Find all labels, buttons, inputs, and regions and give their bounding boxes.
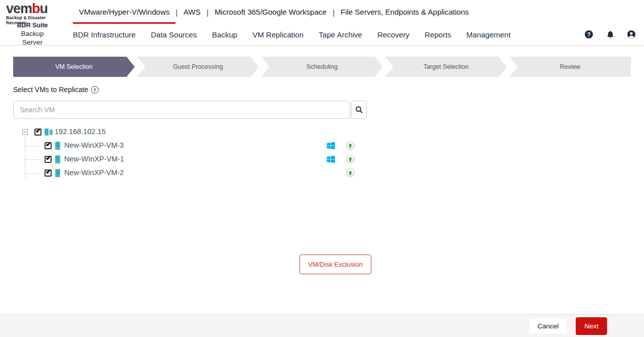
next-button[interactable]: Next: [576, 317, 607, 335]
nav-bdr-infrastructure[interactable]: BDR Infrastructure: [73, 30, 136, 39]
tree-row-vm: ✔ New-WinXP-VM-3: [0, 139, 644, 153]
server-name: Backup Server: [13, 30, 52, 47]
tree-row-vm: ✔ New-WInXP-VM-1: [0, 153, 644, 166]
search-icon: [355, 106, 363, 114]
step-target-selection[interactable]: Target Selection: [385, 57, 507, 77]
suite-name: BDR Suite: [13, 22, 52, 30]
step-vm-selection[interactable]: VM Selection: [13, 57, 135, 77]
host-checkbox[interactable]: ✔: [34, 129, 41, 136]
host-label[interactable]: 192.168.102.15: [55, 128, 106, 136]
vembu-logo[interactable]: vembu Backup & Disaster Recovery: [0, 0, 59, 24]
main-nav-bar: BDR Suite Backup Server BDR Infrastructu…: [0, 24, 644, 46]
host-server-icon: [45, 128, 53, 138]
cancel-button[interactable]: Cancel: [529, 318, 567, 334]
power-on-icon: [346, 168, 355, 177]
exclusion-button-wrap: VM/Disk Exclusion: [299, 255, 644, 274]
vm-checkbox[interactable]: ✔: [45, 156, 52, 163]
vm-icon: [55, 169, 60, 179]
vm-label[interactable]: New-WInXP-VM-1: [64, 155, 124, 163]
help-icon[interactable]: ?: [584, 30, 593, 39]
top-bar: vembu Backup & Disaster Recovery VMware/…: [0, 0, 644, 24]
vm-checkbox[interactable]: ✔: [45, 142, 52, 149]
nav-reports[interactable]: Reports: [424, 30, 451, 39]
step-guest-processing[interactable]: Guest Processing: [137, 57, 259, 77]
wizard-footer: Cancel Next: [0, 314, 644, 337]
step-scheduling[interactable]: Scheduling: [261, 57, 382, 77]
vm-disk-exclusion-button[interactable]: VM/Disk Exclusion: [299, 255, 371, 274]
vm-checkbox[interactable]: ✔: [45, 170, 52, 177]
wizard-stepper: VM Selection Guest Processing Scheduling…: [13, 57, 631, 77]
tree-row-vm: ✔ New-WinXP-VM-2: [0, 166, 644, 180]
power-on-icon: [346, 155, 355, 163]
page-title: Select VMs to Replicate: [13, 86, 89, 94]
tree-branch-line: [25, 159, 40, 160]
collapse-toggle-icon[interactable]: −: [22, 129, 28, 135]
notifications-bell-icon[interactable]: [606, 30, 615, 39]
tree-branch-line: [25, 173, 40, 174]
tab-microsoft365-google[interactable]: Microsoft 365/Google Workspace: [208, 0, 333, 24]
vm-icon: [55, 155, 60, 165]
power-on-icon: [346, 141, 355, 150]
vm-icon: [55, 142, 60, 152]
windows-icon: [327, 142, 335, 150]
step-review[interactable]: Review: [509, 57, 631, 77]
search-input[interactable]: [13, 101, 350, 119]
product-tabs: VMware/Hyper-V/Windows | AWS | Microsoft…: [73, 0, 475, 24]
section-help-icon[interactable]: ?: [91, 86, 99, 94]
nav-data-sources[interactable]: Data Sources: [151, 30, 197, 39]
vm-tree: − ✔ 192.168.102.15 ✔ New-WinXP-VM-3: [0, 125, 644, 181]
section-title-row: Select VMs to Replicate ?: [13, 86, 644, 94]
windows-icon: [327, 155, 335, 163]
vm-label[interactable]: New-WinXP-VM-3: [64, 141, 124, 149]
main-nav-items: BDR Infrastructure Data Sources Backup V…: [73, 30, 510, 39]
user-account-icon[interactable]: [627, 30, 636, 39]
tab-vmware-hyperv-windows[interactable]: VMware/Hyper-V/Windows: [73, 0, 176, 24]
nav-backup[interactable]: Backup: [212, 30, 237, 39]
tab-file-servers-endpoints[interactable]: File Servers, Endpoints & Applications: [334, 0, 475, 24]
search-row: [13, 101, 644, 119]
nav-recovery[interactable]: Recovery: [377, 30, 409, 39]
bdr-suite-brand[interactable]: BDR Suite Backup Server: [13, 22, 52, 47]
vm-label[interactable]: New-WinXP-VM-2: [64, 168, 124, 177]
search-button[interactable]: [351, 101, 367, 119]
tree-branch-line: [25, 146, 40, 146]
tree-row-host: − ✔ 192.168.102.15: [0, 125, 644, 139]
logo-text: vembu: [6, 2, 59, 15]
nav-tape-archive[interactable]: Tape Archive: [319, 30, 362, 39]
nav-vm-replication[interactable]: VM Replication: [252, 30, 304, 39]
nav-icon-group: ?: [584, 30, 636, 39]
nav-management[interactable]: Management: [466, 30, 511, 39]
tab-aws[interactable]: AWS: [178, 0, 207, 24]
